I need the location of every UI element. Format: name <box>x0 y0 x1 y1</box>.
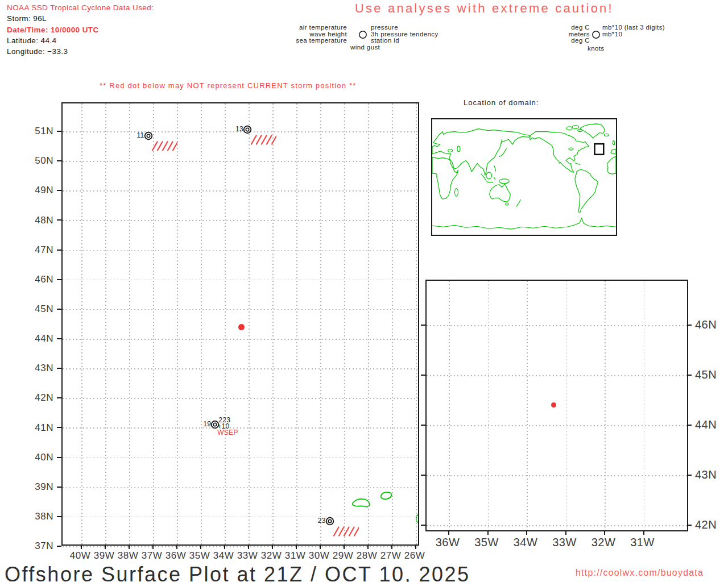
y-tick-mark <box>421 325 425 326</box>
x-tick-mark <box>526 530 527 535</box>
legend-unit-knots: knots <box>588 45 605 52</box>
y-tick-label: 43N <box>695 468 717 481</box>
y-tick-label: 48N <box>27 215 53 226</box>
domain-zoom-plot: 36W35W34W33W32W31W46N45N44N43N42N <box>425 280 688 531</box>
gridline-horizontal <box>63 458 418 459</box>
gridline-vertical <box>605 281 606 530</box>
station-id-number: 23 <box>314 517 326 525</box>
gridline-horizontal <box>63 546 418 547</box>
y-tick-label: 42N <box>695 518 717 531</box>
storm-datetime: Date/Time: 10/0000 UTC <box>7 24 154 35</box>
y-tick-mark <box>421 375 425 376</box>
plot-title: Offshore Surface Plot at 21Z / OCT 10, 2… <box>5 563 470 582</box>
gridline-horizontal <box>63 280 418 281</box>
y-tick-label: 38N <box>27 511 53 522</box>
y-tick-label: 51N <box>27 126 53 137</box>
gridline-horizontal <box>63 309 418 310</box>
y-tick-mark <box>57 516 61 517</box>
y-tick-mark <box>687 425 692 426</box>
buoy-station-icon <box>242 124 253 135</box>
y-tick-mark <box>57 279 61 280</box>
y-tick-label: 39N <box>27 481 53 493</box>
storm-latitude: Latitude: 44.4 <box>7 35 154 46</box>
storm-position-dot <box>238 324 245 330</box>
x-tick-mark <box>604 530 605 535</box>
storm-name: Storm: 96L <box>7 13 154 24</box>
storm-position-dot <box>551 402 556 408</box>
y-tick-mark <box>421 475 425 476</box>
domain-box <box>594 144 603 155</box>
y-tick-mark <box>687 475 692 476</box>
x-tick-mark <box>565 530 566 535</box>
gridline-horizontal <box>427 475 687 476</box>
legend-unit-degc-air: deg C <box>547 24 590 31</box>
y-tick-mark <box>687 375 692 376</box>
gridline-vertical <box>527 281 528 530</box>
y-tick-mark <box>57 397 61 398</box>
gridline-vertical <box>272 103 274 544</box>
storm-info-title: NOAA SSD Tropical Cyclone Data Used: <box>7 2 154 13</box>
y-tick-mark <box>57 546 61 547</box>
y-tick-label: 50N <box>27 155 53 167</box>
station-id-number: 13 <box>231 125 243 133</box>
y-tick-label: 42N <box>27 392 53 404</box>
caution-headline: Use analyses with extreme caution! <box>355 1 614 16</box>
gridline-horizontal <box>63 427 418 429</box>
world-locator-map <box>431 118 617 236</box>
missing-data-slashes <box>250 135 276 145</box>
y-tick-mark <box>57 427 61 428</box>
gridline-horizontal <box>63 339 418 340</box>
source-url: http://coolwx.com/buoydata <box>576 568 704 578</box>
y-tick-mark <box>57 250 61 251</box>
gridline-vertical <box>566 281 567 530</box>
gridline-vertical <box>449 281 450 530</box>
station-circle-icon <box>358 30 367 39</box>
legend-wind-gust: wind gust <box>350 44 380 51</box>
x-tick-label: 36W <box>431 536 465 549</box>
gridline-vertical <box>81 103 82 544</box>
gridline-vertical <box>249 103 250 544</box>
y-tick-mark <box>687 325 692 326</box>
gridline-vertical <box>129 103 130 544</box>
legend-unit-mb10-last3: mb*10 (last 3 digits) <box>602 24 665 31</box>
y-tick-mark <box>57 190 61 191</box>
legend-unit-degc-sea: deg C <box>547 37 590 44</box>
gridline-horizontal <box>63 487 418 488</box>
station-id-number: 19 <box>199 420 211 428</box>
x-tick-mark <box>487 530 489 535</box>
y-tick-label: 46N <box>695 318 717 331</box>
gridline-horizontal <box>63 517 418 518</box>
gridline-horizontal <box>63 368 418 369</box>
y-tick-label: 45N <box>695 368 717 381</box>
y-tick-mark <box>57 368 61 369</box>
y-tick-label: 47N <box>27 244 53 256</box>
gridline-vertical <box>201 103 202 544</box>
main-map-plot: 40W39W38W37W36W35W34W33W32W31W30W29W28W2… <box>61 102 419 546</box>
gridline-vertical <box>344 103 345 544</box>
gridline-horizontal <box>427 325 687 326</box>
gridline-vertical <box>153 103 154 544</box>
legend-pressure: pressure <box>371 24 398 31</box>
gridline-vertical <box>320 103 321 544</box>
gridline-vertical <box>296 103 297 544</box>
legend-unit-mb10: mb*10 <box>602 31 622 38</box>
station-circle-icon <box>592 30 601 39</box>
y-tick-label: 37N <box>27 541 53 552</box>
x-tick-mark <box>448 530 449 535</box>
missing-data-slashes <box>151 141 177 151</box>
y-tick-label: 40N <box>27 452 53 463</box>
gridline-vertical <box>105 103 106 544</box>
gridline-vertical <box>644 281 645 530</box>
legend-pressure-tendency: 3h pressure tendency <box>371 31 439 38</box>
y-tick-label: 41N <box>27 422 53 434</box>
domain-inset-title: Location of domain: <box>464 98 539 107</box>
storm-position-warning: ** Red dot below may NOT represent CURRE… <box>100 81 357 90</box>
y-tick-label: 46N <box>27 274 53 285</box>
y-tick-label: 49N <box>27 185 53 196</box>
offshore-surface-plot-page: { "colors": { "red_text": "#f23d3d", "so… <box>0 0 728 582</box>
gridline-vertical <box>225 103 226 544</box>
gridline-horizontal <box>427 425 687 426</box>
legend-wave-height: wave height <box>287 31 347 38</box>
gridline-horizontal <box>63 161 418 162</box>
buoy-station-icon <box>325 516 335 526</box>
